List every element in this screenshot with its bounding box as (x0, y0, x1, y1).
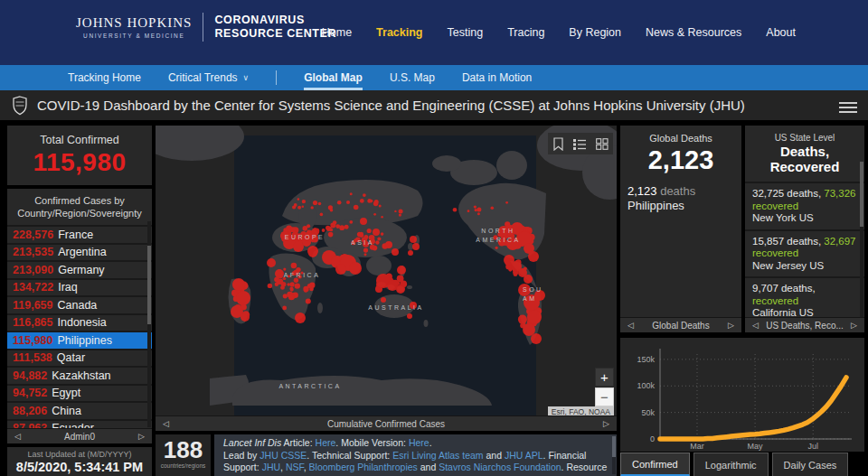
subnav-tracking-home[interactable]: Tracking Home (68, 65, 141, 90)
cumulative-chart-panel: 050k100k150kMarMayJul (620, 338, 864, 452)
bookmark-icon[interactable] (553, 137, 563, 151)
credit-text: and (418, 462, 439, 472)
zoom-in-button[interactable]: + (595, 368, 614, 387)
list-item-philippines-selected[interactable]: 115,980Philippines (7, 331, 152, 349)
subnav-critical-trends[interactable]: Critical Trends ∨ (168, 65, 249, 90)
svg-text:150k: 150k (637, 355, 655, 364)
legend-icon[interactable] (573, 138, 586, 150)
chevron-down-icon: ∨ (243, 73, 250, 82)
svg-text:100k: 100k (637, 381, 655, 390)
credit-link[interactable]: Here (316, 437, 336, 448)
total-confirmed-value: 115,980 (7, 148, 152, 177)
credit-text: . Mobile Version: (335, 437, 409, 448)
nav-by-region[interactable]: By Region (569, 26, 621, 39)
last-updated-panel: Last Updated at (M/D/YYYY) 8/5/2020, 5:3… (7, 447, 152, 476)
subnav-data-in-motion[interactable]: Data in Motion (462, 65, 532, 90)
credit-link[interactable]: Here (409, 437, 429, 448)
last-updated-label: Last Updated at (M/D/YYYY) (7, 447, 152, 459)
cumulative-chart[interactable]: 050k100k150kMarMayJul (620, 338, 864, 452)
list-item-france[interactable]: 228,576France (7, 225, 152, 243)
credit-link[interactable]: JHU APL (505, 450, 543, 461)
list-item-egypt[interactable]: 94,752Egypt (7, 384, 152, 402)
scrollbar-thumb[interactable] (860, 162, 863, 227)
nav-news-resources[interactable]: News & Resources (646, 26, 741, 39)
subnav-global-map[interactable]: Global Map (304, 65, 363, 90)
list-item-qatar[interactable]: 111,538Qatar (7, 349, 152, 367)
label-africa: AFRICA (284, 272, 321, 278)
list-item-iraq[interactable]: 134,722Iraq (7, 278, 152, 296)
nav-tracing[interactable]: Tracing (507, 26, 544, 39)
pager-prev-icon[interactable]: ◁ (11, 430, 24, 443)
label-asia: ASIA (351, 239, 374, 246)
subnav-us-map[interactable]: U.S. Map (390, 65, 435, 90)
pager-prev-icon[interactable]: ◁ (159, 417, 173, 430)
credits-text: Lancet Inf Dis Article: Here. Mobile Ver… (214, 434, 617, 476)
subnav-divider (276, 70, 277, 85)
pager-next-icon[interactable]: ▷ (135, 430, 148, 443)
tab-daily-cases[interactable]: Daily Cases (772, 453, 849, 476)
confirmed-cases-panel: Confirmed Cases by Country/Region/Sovere… (7, 189, 152, 443)
label-australia: AUSTRALIA (368, 304, 423, 311)
pager-prev-icon[interactable]: ◁ (749, 319, 762, 331)
svg-text:May: May (748, 442, 764, 451)
us-row-new-york[interactable]: 32,725 deaths, 73,326 recovered New York… (745, 182, 864, 229)
credit-link[interactable]: JHU (262, 462, 280, 472)
global-deaths-panel: Global Deaths 2,123 2,123 deaths Philipp… (620, 126, 741, 332)
nav-testing[interactable]: Testing (448, 26, 484, 39)
scrollbar[interactable] (612, 436, 616, 474)
label-europe: EUROPE (285, 234, 326, 240)
list-item-kazakhstan[interactable]: 94,882Kazakhstan (7, 366, 152, 384)
credit-link[interactable]: Esri Living Atlas team (392, 450, 483, 461)
scrollbar[interactable] (147, 221, 151, 427)
scrollbar-thumb[interactable] (147, 246, 151, 324)
brand-logo[interactable]: JOHNS HOPKINS UNIVERSITY & MEDICINE CORO… (76, 13, 336, 42)
pager-next-icon[interactable]: ▷ (847, 319, 861, 331)
pager-prev-icon[interactable]: ◁ (624, 319, 637, 331)
admin-pager-label: Admin0 (64, 432, 95, 442)
last-updated-value: 8/5/2020, 5:34:41 PM (7, 460, 152, 474)
list-item-canada[interactable]: 119,659Canada (7, 295, 152, 313)
map-pager-label: Cumulative Confirmed Cases (327, 419, 445, 429)
us-pager: ◁ US Deaths, Reco... ▷ (745, 317, 864, 332)
confirmed-list-header: Confirmed Cases by Country/Region/Sovere… (7, 189, 152, 219)
jhu-logo-line1: JOHNS HOPKINS (76, 15, 192, 31)
credit-link[interactable]: Stavros Niarchos Foundation (439, 462, 561, 472)
tab-confirmed[interactable]: Confirmed (620, 453, 690, 476)
world-map-panel: NORTH AMERICA ASIA EUROPE AFRICA AUSTRAL… (156, 126, 617, 431)
scrollbar[interactable] (860, 162, 863, 317)
list-item-argentina[interactable]: 213,535Argentina (7, 243, 152, 261)
pager-next-icon[interactable]: ▷ (724, 319, 738, 331)
menu-icon[interactable] (839, 99, 857, 116)
scrollbar-thumb[interactable] (612, 436, 616, 457)
svg-text:0: 0 (650, 434, 655, 443)
us-state-list: 32,725 deaths, 73,326 recovered New York… (745, 182, 864, 332)
nav-home[interactable]: Home (322, 26, 352, 39)
confirmed-list: 228,576France 213,535Argentina 213,090Ge… (7, 225, 152, 436)
crc-logo: CORONAVIRUS RESOURCE CENTER (214, 14, 336, 41)
credit-link[interactable]: NSF (286, 462, 304, 472)
list-item-indonesia[interactable]: 116,865Indonesia (7, 313, 152, 331)
tab-logarithmic[interactable]: Logarithmic (693, 453, 769, 476)
page-title: COVID-19 Dashboard by the Center for Sys… (37, 98, 745, 113)
basemap-icon[interactable] (596, 138, 609, 150)
total-confirmed-label: Total Confirmed (7, 134, 152, 146)
credit-text: . (429, 437, 432, 448)
dashboard-titlebar: COVID-19 Dashboard by the Center for Sys… (0, 90, 868, 120)
credit-link[interactable]: JHU CSSE (259, 450, 307, 461)
list-item-germany[interactable]: 213,090Germany (7, 260, 152, 278)
nav-about[interactable]: About (766, 26, 796, 39)
nav-tracking[interactable]: Tracking (376, 26, 422, 39)
jhu-logo-line2: UNIVERSITY & MEDICINE (76, 33, 192, 39)
zoom-out-button[interactable]: − (595, 387, 614, 406)
top-header: JOHNS HOPKINS UNIVERSITY & MEDICINE CORO… (0, 0, 868, 65)
global-deaths-detail[interactable]: 2,123 deaths Philippines (627, 184, 741, 213)
credit-text: Lancet Inf Dis (223, 437, 281, 448)
world-map[interactable]: NORTH AMERICA ASIA EUROPE AFRICA AUSTRAL… (156, 126, 617, 415)
pager-next-icon[interactable]: ▷ (599, 417, 613, 430)
list-item-china[interactable]: 88,206China (7, 401, 152, 419)
credit-link[interactable]: Bloomberg Philanthropies (309, 462, 418, 472)
main-nav: Home Tracking Testing Tracing By Region … (322, 0, 796, 65)
countries-count-value: 188 (156, 436, 211, 464)
tracking-subnav: Tracking Home Critical Trends ∨ Global M… (0, 65, 868, 90)
us-row-new-jersey[interactable]: 15,857 deaths, 32,697 recovered New Jers… (745, 229, 864, 277)
